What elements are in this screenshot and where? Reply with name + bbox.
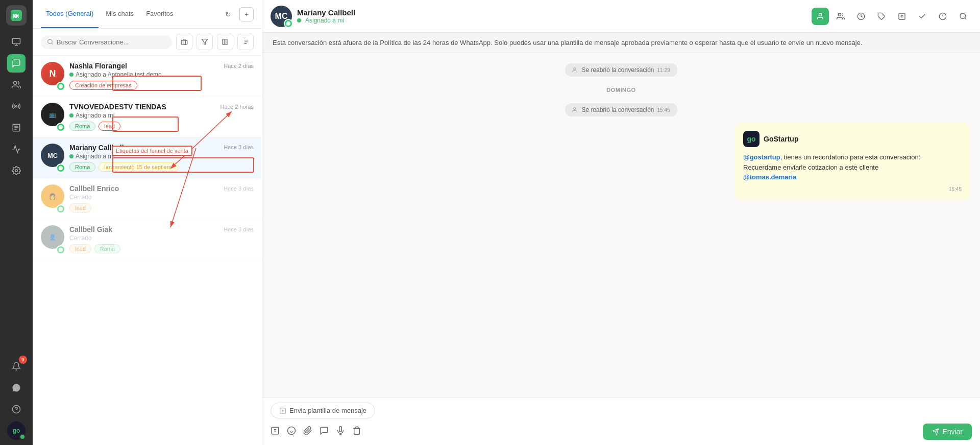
attachment-icon-btn[interactable] [303, 426, 312, 437]
search-input[interactable] [57, 38, 166, 46]
tab-todos-general[interactable]: Todos (General) [41, 0, 99, 28]
chat-header: MC Mariany Callbell Asignado a mí [262, 0, 980, 33]
tag-roma-giak: Roma [94, 244, 120, 253]
attachment-button[interactable] [893, 8, 911, 25]
refresh-button[interactable]: ↻ [221, 7, 235, 21]
sidebar-item-whatsapp[interactable] [7, 379, 26, 397]
input-area: Envia plantilla de mensaje [262, 397, 980, 445]
reminder-mention-1: @gostartup [743, 153, 780, 161]
status-dot-mariany [69, 154, 74, 158]
input-toolbar: Enviar [271, 424, 972, 440]
info-button[interactable] [934, 8, 951, 25]
system-msg-time-2: 15:45 [657, 107, 670, 113]
tag-lanzamiento: lanzamiento 15 de septiem! [99, 162, 179, 172]
avatar[interactable]: go [7, 421, 26, 440]
sidebar-item-notifications[interactable]: 3 [7, 357, 26, 376]
reminder-card: go GoStartup @gostartup, tienes un recor… [735, 123, 970, 200]
chat-item-enrico[interactable]: 👩 Callbell Enrico Hace 3 días Cerrado le… [33, 178, 262, 219]
tag-button[interactable] [873, 8, 890, 25]
svg-point-31 [838, 13, 841, 16]
reminder-time: 15:45 [743, 186, 962, 192]
sidebar-item-contacts[interactable] [7, 76, 26, 94]
resolve-button[interactable] [914, 8, 931, 25]
emoji-icon-btn[interactable] [287, 426, 296, 437]
chat-info-tv: TVNOVEDADESTV TIENDAS Hace 2 horas Asign… [69, 103, 254, 131]
status-dot-nashla [69, 73, 74, 77]
filter-button[interactable] [197, 34, 213, 50]
chat-list: N Nashla Florangel Hace 2 días Asignado … [33, 56, 262, 445]
sidebar-item-analytics[interactable] [7, 140, 26, 158]
sidebar-item-monitor[interactable] [7, 33, 26, 51]
sidebar-item-settings[interactable] [7, 161, 26, 180]
system-msg-text-1: Se reabrió la conversación [581, 66, 654, 74]
sidebar-item-broadcast[interactable] [7, 97, 26, 115]
chat-panel: MC Mariany Callbell Asignado a mí [262, 0, 980, 445]
assign-button[interactable] [812, 8, 829, 25]
tab-favoritos[interactable]: Favoritos [141, 0, 178, 28]
system-bubble-1: Se reabrió la conversación 11:29 [565, 63, 677, 77]
chat-header-name: Mariany Callbell [297, 8, 812, 17]
chat-item-nashla[interactable]: N Nashla Florangel Hace 2 días Asignado … [33, 56, 262, 97]
chat-time-tv: Hace 2 horas [220, 104, 254, 110]
svg-point-13 [48, 39, 53, 44]
chat-sub-giak: Cerrado [69, 235, 254, 242]
sidebar-item-chat[interactable] [7, 54, 26, 73]
sidebar-item-help[interactable] [7, 400, 26, 418]
chat-header-status: Asignado a mí [297, 17, 812, 24]
annotation-funnel-label: Etiquetas del funnel de venta [112, 146, 192, 156]
chat-info-giak: Callbell Giak Hace 3 días Cerrado lead R… [69, 225, 254, 253]
avatar-tv: 📺 [41, 103, 64, 131]
status-dot-tv [69, 113, 74, 118]
status-dot-header [297, 18, 301, 22]
svg-marker-16 [202, 39, 208, 45]
messages-area[interactable]: Se reabrió la conversación 11:29 DOMINGO… [262, 53, 980, 397]
chat-header-avatar: MC [271, 6, 292, 27]
tag-creacion: Creación de empresas [69, 81, 137, 90]
avatar-nashla: N [41, 62, 64, 90]
search-input-wrap[interactable] [41, 35, 172, 49]
chat-tags-nashla: Creación de empresas [69, 81, 254, 90]
template-btn-label: Envia plantilla de mensaje [289, 407, 366, 414]
search-bar [33, 29, 262, 56]
note-icon-btn[interactable] [271, 426, 280, 437]
tag-roma-tv: Roma [69, 122, 95, 131]
avatar-giak: 👤 [41, 225, 64, 253]
day-divider-sunday: DOMINGO [273, 87, 970, 93]
chat-name-tv: TVNOVEDADESTV TIENDAS [69, 103, 166, 111]
chat-header-whatsapp-badge [284, 19, 293, 28]
send-label: Enviar [942, 428, 963, 436]
svg-point-30 [819, 13, 821, 16]
agents-button[interactable] [832, 8, 849, 25]
svg-rect-2 [13, 38, 20, 44]
svg-point-4 [14, 81, 17, 84]
chat-tags-mariany: Roma lanzamiento 15 de septiem! [69, 162, 254, 172]
svg-line-40 [965, 18, 966, 19]
system-message-2: Se reabrió la conversación 15:45 [273, 103, 970, 116]
add-tab-button[interactable]: + [239, 7, 254, 21]
chat-info-nashla: Nashla Florangel Hace 2 días Asignado a … [69, 62, 254, 90]
chat-tags-giak: lead Roma [69, 244, 254, 253]
sidebar-item-notes[interactable] [7, 119, 26, 137]
chat-item-giak[interactable]: 👤 Callbell Giak Hace 3 días Cerrado lead… [33, 219, 262, 260]
search-chat-button[interactable] [954, 8, 972, 25]
chat-time-enrico: Hace 3 días [224, 185, 254, 192]
trash-icon-btn[interactable] [352, 426, 361, 437]
tag-roma-mariany: Roma [69, 162, 95, 172]
chat-item-tv[interactable]: 📺 TVNOVEDADESTV TIENDAS Hace 2 horas Asi… [33, 97, 262, 137]
send-button[interactable]: Enviar [923, 424, 972, 440]
tag-lead-giak: lead [69, 244, 91, 253]
tab-mis-chats[interactable]: Mis chats [101, 0, 139, 28]
template-message-button[interactable]: Envia plantilla de mensaje [271, 403, 375, 418]
columns-button[interactable] [217, 34, 233, 50]
inbox-filter-button[interactable] [176, 34, 192, 50]
clock-button[interactable] [852, 8, 870, 25]
whatsapp-badge-giak [56, 245, 65, 254]
comment-icon-btn[interactable] [320, 426, 329, 437]
chat-sub-enrico: Cerrado [69, 194, 254, 201]
mic-icon-btn[interactable] [336, 426, 345, 437]
chat-item-mariany[interactable]: MC Mariany Callbell Hace 3 días Asignado… [33, 137, 262, 178]
chat-tags-tv: Roma lead [69, 122, 254, 131]
sort-button[interactable] [237, 34, 254, 50]
toolbar-icons [271, 426, 917, 437]
whatsapp-badge-mariany [56, 163, 65, 173]
